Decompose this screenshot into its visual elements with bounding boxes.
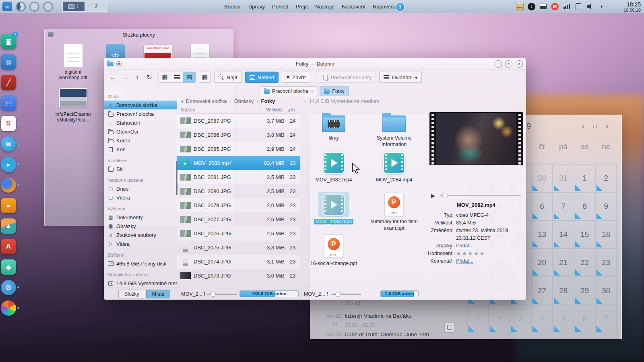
tab-pracovni-plocha[interactable]: Pracovní plocha [260,86,318,96]
calendar-date-cell[interactable]: 31 [553,164,574,192]
calendar-date-cell[interactable]: 20 [531,249,553,277]
slider-knob[interactable] [442,193,448,198]
places-item[interactable]: Zařízení [104,251,177,259]
places-item[interactable]: Obrázky [104,222,177,230]
tab-close-icon[interactable] [311,88,314,95]
file-row[interactable]: DSC_2087.JPG 3,7 MiB 24 [177,114,300,128]
compare-files-button[interactable]: Porovnat soubory [319,72,376,83]
places-item[interactable]: Domovská složka [104,101,177,109]
calendar-date-cell[interactable]: 4 [531,305,553,333]
file-icon-item[interactable]: 16-social-change.ppt [305,234,362,276]
menu-item[interactable]: Nápověda [369,4,400,10]
maximize-button[interactable]: + [505,60,512,68]
places-item[interactable]: Vzdálené [104,156,177,165]
desktop-icon[interactable]: InfoPackErasmu sMobilityPola... [53,86,93,123]
tray-icon[interactable] [598,3,605,10]
file-row[interactable]: DSC_2073.JPG 3,0 MiB 23 [177,269,300,283]
calendar-corner-button[interactable] [444,322,455,333]
calendar-date-cell[interactable]: 2 [595,164,617,192]
calendar-today-button[interactable]: ◻ [590,121,600,131]
control-menu-button[interactable]: Ovládání [379,72,421,83]
calendar-date-cell[interactable]: 9 [595,192,617,220]
calendar-prev-button[interactable]: ‹ [578,121,588,131]
notification-badge[interactable]: 1 [396,3,404,11]
places-item[interactable]: Včera [104,193,177,202]
calendar-date-cell[interactable]: 6 [531,192,553,220]
agenda-event-title[interactable]: Cube of Truth: Olomouc: June 13th [345,331,429,337]
column-header-size[interactable]: Velikost [260,106,285,113]
places-item[interactable]: Stahování [104,118,177,127]
dock-app-icon[interactable]: S [1,116,16,131]
calendar-next-button[interactable]: › [602,121,612,131]
places-item[interactable]: Koš [104,145,177,154]
slider-knob[interactable] [211,292,216,297]
up-button[interactable] [131,72,143,83]
calendar-date-cell[interactable]: 30 [531,164,553,192]
menu-item[interactable]: Soubor [221,4,245,10]
desktop-1-button[interactable]: 1 [62,1,85,12]
dock-app-icon[interactable]: ◆ [1,259,16,275]
file-row[interactable]: MOV_2082.mp4 83,4 MiB 23 [177,156,300,170]
menu-item[interactable]: Pohled [268,4,292,10]
file-icon-item[interactable]: MOV_2084.mp4 [366,150,422,192]
dock-app-icon[interactable]: ◎ [1,54,16,70]
file-row[interactable]: DSC_2075.JPG 3,3 MiB 23 [177,241,300,255]
dock-app-icon[interactable]: ▣ 1 [1,34,16,49]
dock-app-icon[interactable] [1,300,16,316]
calendar-date-cell[interactable]: 5 [553,305,574,333]
file-row[interactable]: DSC_2080.JPG 2,5 MiB 23 [177,184,300,198]
close-button[interactable]: × [516,60,523,68]
play-button[interactable] [431,193,435,199]
calendar-date-cell[interactable]: 28 [553,277,574,305]
places-item[interactable]: OtevriOci [104,127,177,136]
file-row[interactable]: DSC_2077.JPG 2,6 MiB 23 [177,212,300,226]
rating-stars[interactable]: ★★★★★ [456,250,524,257]
file-icon-item[interactable]: filmy [305,108,362,150]
slider-knob[interactable] [335,292,341,297]
column-header-name[interactable]: Název [177,106,260,113]
zoom-slider[interactable] [331,294,361,295]
calendar-date-cell[interactable]: 22 [574,249,595,277]
places-item[interactable]: Nedávno uložené [104,176,177,184]
breadcrumb-item[interactable]: Fotky [254,98,275,104]
tray-icon[interactable] [551,3,559,10]
activities-icon[interactable] [2,2,12,11]
menu-item[interactable]: Nástroje [312,4,338,10]
calendar-date-cell[interactable]: 8 [574,192,595,220]
tab-fotky[interactable]: Fotky [320,86,349,96]
file-row[interactable]: DSC_2074.JPG 3,1 MiB 23 [177,255,300,269]
close-split-button[interactable]: Zavřít [282,72,310,83]
reload-button[interactable] [143,72,155,83]
calendar-date-cell[interactable]: 1 [467,305,489,333]
tray-icon[interactable] [516,3,524,10]
calendar-date-cell[interactable]: 2 [489,305,510,333]
file-icon-item[interactable]: summary for the final exam.ppt [366,192,422,234]
file-row[interactable]: DSC_2076.JPG 2,6 MiB 23 [177,226,300,241]
breadcrumb-item[interactable]: Obrázky [227,98,254,104]
calendar-date-cell[interactable]: 15 [574,220,595,249]
find-button[interactable]: Najít [214,72,242,83]
dock-app-icon[interactable]: A [1,239,16,254]
details-view-button[interactable] [183,72,195,82]
calendar-date-cell[interactable]: 3 [510,305,531,333]
dock-app-icon[interactable]: ≡ [1,198,16,213]
calendar-date-cell[interactable]: 13 [531,220,553,249]
file-row[interactable]: DSC_2085.JPG 2,9 MiB 24 [177,142,300,156]
back-button[interactable] [107,72,119,83]
dock-app-icon[interactable]: ▲ [1,218,16,234]
add-tags-link[interactable]: Přidat... [456,242,524,250]
file-icon-item[interactable]: MOV_2083.mp4 [305,192,362,234]
activity-circle-icon[interactable] [16,2,26,12]
tray-icon[interactable] [563,3,570,10]
file-icon-item[interactable]: System Volume Information [366,108,422,150]
places-item[interactable]: Videa [104,239,177,248]
desktop-2-button[interactable]: 2 [85,1,107,12]
menu-item[interactable]: Přejít [292,4,312,10]
calendar-date-cell[interactable]: 14 [553,220,574,249]
places-item[interactable]: Dnes [104,184,177,193]
places-item[interactable]: Zvukové soubory [104,230,177,239]
calendar-date-cell[interactable]: 23 [595,249,617,277]
forward-button[interactable] [119,72,131,83]
calendar-date-cell[interactable]: 7 [595,305,617,333]
tray-icon[interactable] [586,3,594,10]
